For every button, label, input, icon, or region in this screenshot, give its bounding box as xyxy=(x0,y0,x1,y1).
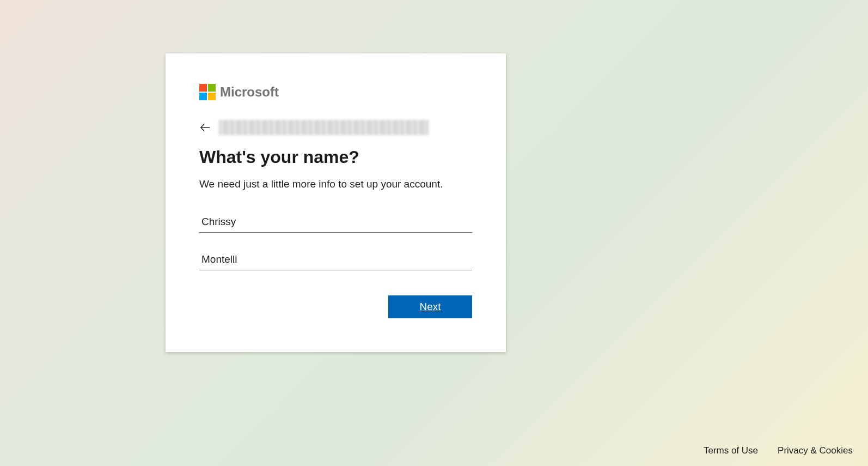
next-button[interactable]: Next xyxy=(388,295,472,318)
microsoft-logo-icon xyxy=(199,84,216,100)
terms-link[interactable]: Terms of Use xyxy=(704,445,758,456)
identity-row xyxy=(199,120,472,135)
first-name-input[interactable] xyxy=(199,211,472,233)
logo-text: Microsoft xyxy=(220,84,279,100)
button-row: Next xyxy=(199,295,472,318)
last-name-input[interactable] xyxy=(199,249,472,270)
page-subtext: We need just a little more info to set u… xyxy=(199,177,450,192)
back-button[interactable] xyxy=(199,122,211,134)
identity-redacted xyxy=(219,120,429,135)
privacy-link[interactable]: Privacy & Cookies xyxy=(778,445,853,456)
page-heading: What's your name? xyxy=(199,147,472,167)
logo-row: Microsoft xyxy=(199,84,472,100)
arrow-left-icon xyxy=(199,122,211,134)
signup-card: Microsoft What's your name? We need just… xyxy=(166,53,506,352)
footer-links: Terms of Use Privacy & Cookies xyxy=(704,445,853,456)
